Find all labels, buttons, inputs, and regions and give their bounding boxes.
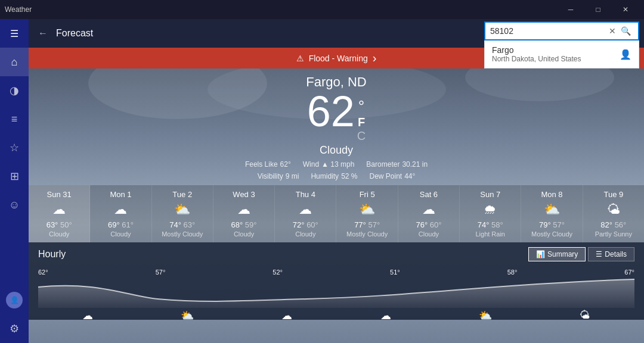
forecast-day-8[interactable]: Mon 8 ⛅ 79° 57° Mostly Cloudy — [521, 185, 583, 242]
forecast-low: 58° — [491, 220, 503, 229]
back-button[interactable]: ← — [36, 26, 50, 41]
forecast-day-name: Mon 8 — [524, 190, 580, 199]
forecast-temps: 82° 56° — [586, 220, 642, 229]
minimize-button[interactable]: ─ — [557, 0, 584, 19]
celsius-button[interactable]: C — [357, 129, 366, 143]
forecast-day-0[interactable]: Sun 31 ☁ 63° 50° Cloudy — [29, 185, 90, 242]
temperature-curve — [38, 278, 634, 308]
sidebar-item-daily[interactable]: ≡ — [0, 105, 29, 133]
forecast-day-name: Thu 4 — [277, 190, 333, 199]
forecast-condition: Mostly Cloudy — [339, 230, 395, 238]
app-container: ☰ ⌂ ◑ ≡ ☆ ⊞ ☺ 👤 ⚙ — [0, 19, 644, 343]
search-result-country: North Dakota, United States — [492, 55, 581, 63]
forecast-low: 57° — [553, 220, 565, 229]
search-result-person-icon: 👤 — [620, 49, 631, 60]
forecast-condition: Cloudy — [401, 230, 457, 238]
close-button[interactable]: ✕ — [612, 0, 639, 19]
forecast-day-name: Sat 6 — [401, 190, 457, 199]
forecast-day-5[interactable]: Fri 5 ⛅ 77° 57° Mostly Cloudy — [336, 185, 398, 242]
search-dropdown: Fargo North Dakota, United States 👤 — [484, 40, 639, 68]
forecast-day-4[interactable]: Thu 4 ☁ 72° 60° Cloudy — [275, 185, 336, 242]
news-icon: ☺ — [9, 199, 20, 211]
forecast-temps: 72° 60° — [277, 220, 333, 229]
daily-icon: ≡ — [11, 113, 18, 126]
hourly-buttons: 📊 Summary ☰ Details — [528, 247, 634, 261]
forecast-day-3[interactable]: Wed 3 ☁ 68° 59° Cloudy — [213, 185, 275, 242]
details-list-icon: ☰ — [596, 250, 602, 258]
sidebar-item-hourly[interactable]: ◑ — [0, 76, 29, 105]
forecast-high: 76° — [416, 220, 428, 229]
maximize-button[interactable]: □ — [584, 0, 612, 19]
forecast-temps: 74° 58° — [462, 220, 518, 229]
fahrenheit-button[interactable]: F — [357, 116, 366, 129]
forecast-low: 60° — [306, 220, 318, 229]
search-result-info: Fargo North Dakota, United States — [492, 45, 581, 63]
forecast-condition: Mostly Cloudy — [154, 230, 210, 238]
forecast-icon: ☁ — [401, 201, 457, 218]
sidebar-item-news[interactable]: ☺ — [0, 191, 29, 219]
sidebar-item-home[interactable]: ⌂ — [0, 48, 29, 76]
search-submit-button[interactable]: 🔍 — [618, 25, 633, 37]
forecast-day-6[interactable]: Sat 6 ☁ 76° 60° Cloudy — [398, 185, 460, 242]
forecast-high: 63° — [47, 220, 58, 229]
weather-background: ⚠ Flood - Warning › Fargo, ND 62 ° F C C… — [29, 48, 644, 343]
details-button[interactable]: ☰ Details — [588, 247, 634, 261]
hourly-icon-3: ☁ — [380, 309, 391, 322]
forecast-day-9[interactable]: Tue 9 🌤 82° 56° Partly Sunny — [583, 185, 644, 242]
forecast-low: 61° — [122, 220, 134, 229]
forecast-icon: ☁ — [92, 201, 148, 218]
forecast-day-7[interactable]: Sun 7 🌧 74° 58° Light Rain — [460, 185, 521, 242]
forecast-high: 74° — [169, 220, 181, 229]
search-input-container: ✕ 🔍 — [484, 21, 639, 40]
search-result-city: Fargo — [492, 45, 581, 55]
summary-button[interactable]: 📊 Summary — [528, 247, 586, 261]
sidebar-item-favorites[interactable]: ☆ — [0, 133, 29, 162]
user-avatar-button[interactable]: 👤 — [0, 286, 29, 314]
forecast-temps: 76° 60° — [401, 220, 457, 229]
sidebar-item-maps[interactable]: ⊞ — [0, 162, 29, 191]
unit-symbol: ° — [357, 97, 366, 116]
temperature: 62 — [307, 90, 355, 133]
home-icon: ⌂ — [11, 56, 18, 68]
forecast-icon: ☁ — [277, 201, 333, 218]
forecast-high: 69° — [108, 220, 120, 229]
forecast-condition: Cloudy — [277, 230, 333, 238]
search-result-fargo[interactable]: Fargo North Dakota, United States 👤 — [485, 40, 639, 68]
forecast-icon: ☁ — [216, 201, 272, 218]
search-input[interactable] — [490, 26, 606, 36]
hourly-temp-3: 51° — [390, 269, 400, 276]
title-bar-controls: ─ □ ✕ — [557, 0, 639, 19]
forecast-day-name: Mon 1 — [92, 190, 148, 199]
title-bar: Weather ─ □ ✕ — [0, 0, 644, 19]
forecast-high: 79° — [539, 220, 551, 229]
hourly-temp-1: 57° — [156, 269, 166, 276]
forecast-condition: Partly Sunny — [586, 230, 642, 238]
hourly-chart: 62°57°52°51°58°67° — [29, 266, 644, 320]
hourly-icons: ☁⛅☁☁⛅🌤 — [38, 309, 634, 322]
hourly-curve — [38, 278, 634, 308]
forecast-condition: Cloudy — [31, 230, 87, 238]
forecast-day-1[interactable]: Mon 1 ☁ 69° 61° Cloudy — [90, 185, 151, 242]
settings-button[interactable]: ⚙ — [0, 314, 29, 343]
bottom-section: Hourly 📊 Summary ☰ Details 62°57°52°51°5… — [29, 242, 644, 320]
maps-icon: ⊞ — [10, 170, 19, 183]
left-nav: ☰ ⌂ ◑ ≡ ☆ ⊞ ☺ 👤 ⚙ — [0, 19, 29, 343]
hourly-header: Hourly 📊 Summary ☰ Details — [29, 242, 644, 266]
humidity: Humidity 52 % — [311, 172, 357, 180]
forecast-day-2[interactable]: Tue 2 ⛅ 74° 63° Mostly Cloudy — [152, 185, 213, 242]
alert-chevron: › — [373, 51, 377, 65]
hamburger-menu-button[interactable]: ☰ — [0, 19, 29, 48]
forecast-low: 60° — [430, 220, 442, 229]
hourly-icon-0: ☁ — [82, 309, 93, 322]
hourly-icon-1: ⛅ — [181, 309, 194, 322]
current-weather: Fargo, ND 62 ° F C Cloudy Feels Like 62°… — [29, 68, 644, 185]
search-overlay: ✕ 🔍 Fargo North Dakota, United States 👤 — [484, 21, 639, 68]
hourly-icon-4: ⛅ — [479, 309, 492, 322]
forecast-condition: Mostly Cloudy — [524, 230, 580, 238]
forecast-day-name: Sun 7 — [462, 190, 518, 199]
hourly-temperatures: 62°57°52°51°58°67° — [38, 269, 634, 278]
details-label: Details — [605, 250, 627, 258]
weather-details-2: Visibility 9 mi Humidity 52 % Dew Point … — [29, 172, 644, 180]
forecast-icon: ⛅ — [154, 201, 210, 218]
search-clear-button[interactable]: ✕ — [606, 25, 618, 37]
